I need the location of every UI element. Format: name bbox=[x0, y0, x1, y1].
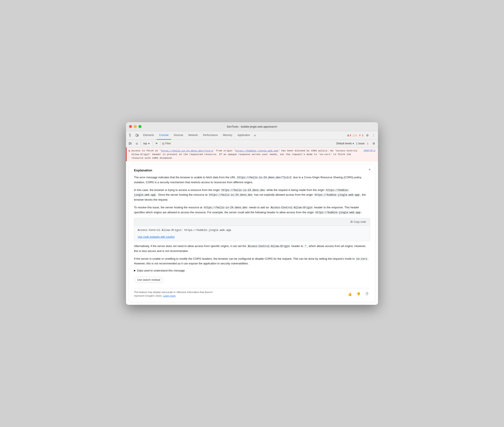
code-block: ⧉ Copy code Access-Control-Allow-Origin:… bbox=[134, 218, 370, 241]
context-dropdown-icon: ▼ bbox=[148, 142, 150, 145]
explanation-paragraph-4: Alternatively, if the server does not ne… bbox=[134, 244, 370, 253]
flag-icon[interactable]: ⏱ bbox=[364, 291, 370, 297]
copy-code-button[interactable]: ⧉ Copy code bbox=[349, 219, 368, 224]
tab-sources[interactable]: Sources bbox=[171, 131, 186, 140]
data-toggle-button[interactable]: ▶ Data used to understand this message bbox=[134, 269, 370, 272]
error-circle-icon: ⊗ bbox=[128, 149, 130, 153]
inspect-element-icon[interactable] bbox=[128, 132, 134, 138]
more-options-icon[interactable]: ⋮ bbox=[371, 133, 376, 138]
svg-rect-3 bbox=[136, 134, 137, 136]
default-levels-label: Default levels bbox=[336, 142, 352, 145]
clear-console-icon[interactable]: ⊘ bbox=[134, 141, 139, 146]
pink-error-count: 1 bbox=[362, 134, 363, 137]
eye-icon[interactable]: 👁 bbox=[154, 141, 159, 146]
close-explanation-button[interactable]: × bbox=[367, 167, 372, 172]
tab-performance[interactable]: Performance bbox=[200, 131, 220, 140]
code-caution-link[interactable]: Use code snippets with caution bbox=[138, 236, 175, 238]
feedback-icons: 👍 👎 ⏱ bbox=[347, 291, 370, 297]
error-circle-icon: ⊗ bbox=[347, 134, 349, 137]
context-label: top bbox=[143, 142, 147, 145]
more-tabs-button[interactable]: » bbox=[253, 133, 257, 137]
explanation-title: Explanation bbox=[134, 168, 370, 172]
disclaimer-row: This feature may display inaccurate or o… bbox=[134, 288, 370, 298]
explanation-paragraph-2: In this case, the browser is trying to a… bbox=[134, 188, 370, 202]
console-toolbar: ⊘ top ▼ 👁 ⊟ Filter Default levels ▼ 1 Is… bbox=[126, 140, 378, 148]
data-section: ▶ Data used to understand this message bbox=[134, 269, 370, 272]
cors-error-line: ⊗ Access to fetch at 'https://hello-io-2… bbox=[126, 148, 378, 161]
red-error-count: 2 bbox=[350, 134, 351, 137]
disclaimer-text: This feature may display inaccurate or o… bbox=[134, 290, 216, 298]
toolbar-right: Default levels ▼ 1 Issue: 1 ⚙ bbox=[336, 141, 376, 146]
tab-memory[interactable]: Memory bbox=[220, 131, 235, 140]
explanation-paragraph-5: If the server is unable or unwilling to … bbox=[134, 256, 370, 266]
code-block-body: Access-Control-Allow-Origin: https://bub… bbox=[134, 226, 370, 235]
filter-label: Filter bbox=[165, 142, 171, 145]
traffic-lights bbox=[129, 125, 142, 128]
tab-elements[interactable]: Elements bbox=[141, 131, 157, 140]
tabs-right-area: ⊗ 2 ⚠ 1 ✕ 1 ⚙ ⋮ bbox=[347, 133, 376, 138]
warning-triangle-icon: ⚠ bbox=[352, 134, 355, 137]
thumbs-down-icon[interactable]: 👎 bbox=[355, 291, 362, 297]
log-levels-dropdown[interactable]: Default levels ▼ bbox=[336, 142, 354, 145]
context-selector[interactable]: top ▼ bbox=[142, 142, 151, 145]
issues-label: 1 Issue: bbox=[356, 142, 365, 145]
issues-badge[interactable]: 1 Issue: 1 bbox=[356, 142, 370, 145]
minimize-traffic-light[interactable] bbox=[134, 125, 137, 128]
filter-area[interactable]: ⊟ Filter bbox=[162, 142, 171, 145]
tab-application[interactable]: Application bbox=[235, 131, 253, 140]
log-levels-arrow: ▼ bbox=[352, 142, 354, 145]
code-snippet-text: Access-Control-Allow-Origin: https://bub… bbox=[138, 229, 231, 232]
explanation-panel: Explanation × The error message indicate… bbox=[129, 164, 375, 302]
yellow-error-count: 1 bbox=[355, 134, 357, 137]
toolbar-divider-3 bbox=[161, 141, 161, 146]
thumbs-up-icon[interactable]: 👍 bbox=[347, 291, 353, 297]
use-search-label: Use search instead bbox=[137, 278, 160, 281]
data-toggle-arrow: ▶ bbox=[134, 269, 136, 272]
devtools-tab-bar: Elements Console Sources Network Perform… bbox=[126, 131, 378, 140]
toolbar-divider-1 bbox=[141, 141, 141, 146]
data-toggle-label: Data used to understand this message bbox=[137, 269, 185, 272]
use-search-instead-button[interactable]: Use search instead bbox=[134, 277, 163, 283]
error-log-icon: ✕ bbox=[358, 134, 362, 137]
devtools-window: DevTools - bubble-jingle.web.app/search … bbox=[126, 122, 378, 305]
settings-icon[interactable]: ⚙ bbox=[365, 133, 370, 138]
svg-rect-4 bbox=[138, 135, 138, 136]
titlebar: DevTools - bubble-jingle.web.app/search bbox=[126, 122, 378, 131]
copy-icon: ⧉ bbox=[350, 220, 353, 224]
learn-more-link[interactable]: Learn more bbox=[163, 295, 176, 297]
error-url1-link[interactable]: https://hello-io-24.deno.dev/?lvl=1 bbox=[161, 149, 213, 152]
close-traffic-light[interactable] bbox=[129, 125, 132, 128]
sidebar-toggle-icon[interactable] bbox=[128, 141, 133, 146]
device-toolbar-icon[interactable] bbox=[134, 132, 140, 138]
explanation-paragraph-1: The error message indicates that the bro… bbox=[134, 175, 370, 184]
toolbar-divider-2 bbox=[153, 141, 153, 146]
code-block-toolbar: ⧉ Copy code bbox=[134, 218, 370, 226]
svg-rect-0 bbox=[129, 134, 131, 135]
error-source-link[interactable]: search:1 bbox=[364, 149, 375, 152]
explanation-paragraph-3: To resolve this issue, the server hostin… bbox=[134, 205, 370, 215]
svg-rect-5 bbox=[129, 142, 130, 145]
error-count-badge[interactable]: ⊗ 2 ⚠ 1 ✕ 1 bbox=[347, 134, 363, 137]
tab-list: Elements Console Sources Network Perform… bbox=[141, 131, 347, 140]
console-settings-icon[interactable]: ⚙ bbox=[371, 141, 376, 146]
copy-code-label: Copy code bbox=[354, 220, 366, 223]
error-url2-link[interactable]: https://bubble-jingle.web.app bbox=[236, 149, 278, 152]
console-content: ⊗ Access to fetch at 'https://hello-io-2… bbox=[126, 148, 378, 305]
window-title: DevTools - bubble-jingle.web.app/search bbox=[227, 125, 277, 128]
error-message-text: Access to fetch at 'https://hello-io-24.… bbox=[131, 149, 362, 160]
filter-icon: ⊟ bbox=[162, 142, 165, 145]
maximize-traffic-light[interactable] bbox=[138, 125, 142, 128]
tab-network[interactable]: Network bbox=[186, 131, 200, 140]
issues-count: 1 bbox=[366, 142, 370, 145]
tab-console[interactable]: Console bbox=[157, 131, 171, 140]
